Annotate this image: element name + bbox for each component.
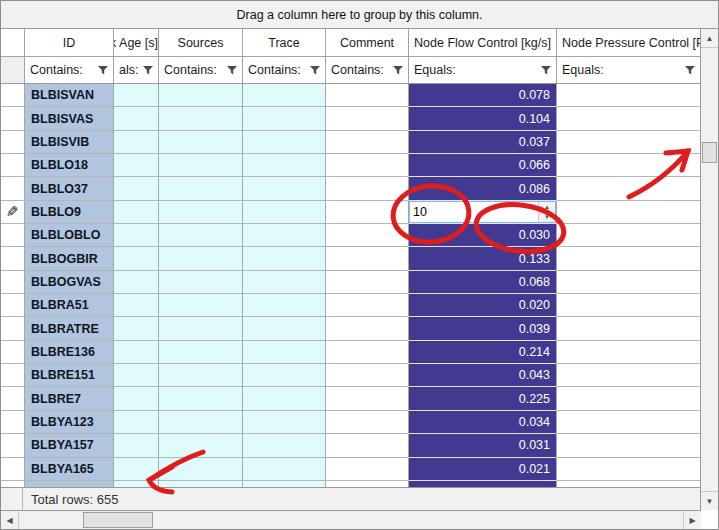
- filter-cell-sources[interactable]: Contains:: [159, 57, 243, 83]
- filter-icon[interactable]: [98, 66, 108, 75]
- filter-icon[interactable]: [227, 66, 237, 75]
- cell-trace[interactable]: [243, 224, 326, 247]
- cell-age[interactable]: [114, 341, 159, 364]
- cell-node-flow-control[interactable]: 0.039: [409, 317, 557, 340]
- cell-age[interactable]: [114, 224, 159, 247]
- cell-node-pressure-control[interactable]: [557, 364, 701, 387]
- cell-sources[interactable]: [159, 247, 243, 270]
- cell-comment[interactable]: [326, 271, 409, 294]
- filter-icon[interactable]: [685, 66, 695, 75]
- cell-node-flow-control[interactable]: 0.225: [409, 387, 557, 410]
- filter-cell-age[interactable]: als:: [114, 57, 159, 83]
- cell-id[interactable]: BLBYA123: [25, 411, 114, 434]
- group-by-panel[interactable]: Drag a column here to group by this colu…: [1, 1, 718, 29]
- column-header-pressure[interactable]: Node Pressure Control [Pa: [557, 29, 701, 56]
- cell-node-flow-control[interactable]: 0.078: [409, 84, 557, 107]
- cell-sources[interactable]: [159, 458, 243, 481]
- cell-node-flow-control[interactable]: 0.030: [409, 224, 557, 247]
- cell-id[interactable]: BLBLOBLO: [25, 224, 114, 247]
- cell-node-flow-control[interactable]: 0.214: [409, 341, 557, 364]
- cell-node-pressure-control[interactable]: [557, 84, 701, 107]
- cell-node-flow-control[interactable]: 0.020: [409, 294, 557, 317]
- cell-node-pressure-control[interactable]: [557, 177, 701, 200]
- filter-icon[interactable]: [143, 66, 153, 75]
- cell-node-flow-control[interactable]: 0.021: [409, 458, 557, 481]
- cell-id[interactable]: BLBRE7: [25, 387, 114, 410]
- editor-value[interactable]: 10: [410, 202, 538, 222]
- cell-sources[interactable]: [159, 131, 243, 154]
- cell-node-pressure-control[interactable]: [557, 107, 701, 130]
- cell-trace[interactable]: [243, 294, 326, 317]
- cell-sources[interactable]: [159, 317, 243, 340]
- cell-node-pressure-control[interactable]: [557, 154, 701, 177]
- scroll-down-button[interactable]: ▼: [701, 491, 718, 510]
- cell-id[interactable]: BLBOGBIR: [25, 247, 114, 270]
- vertical-scrollbar-thumb[interactable]: [702, 142, 717, 163]
- cell-id[interactable]: BLBRE151: [25, 364, 114, 387]
- cell-id[interactable]: BLBISVIB: [25, 131, 114, 154]
- cell-id[interactable]: BLBRE136: [25, 341, 114, 364]
- cell-node-pressure-control[interactable]: [557, 294, 701, 317]
- cell-comment[interactable]: [326, 224, 409, 247]
- cell-comment[interactable]: [326, 364, 409, 387]
- cell-node-pressure-control[interactable]: [557, 224, 701, 247]
- cell-id[interactable]: BLBLO18: [25, 154, 114, 177]
- cell-trace[interactable]: [243, 411, 326, 434]
- cell-age[interactable]: [114, 458, 159, 481]
- cell-sources[interactable]: [159, 364, 243, 387]
- cell-node-flow-control[interactable]: 0.031: [409, 434, 557, 457]
- filter-cell-comment[interactable]: Contains:: [326, 57, 409, 83]
- cell-age[interactable]: [114, 411, 159, 434]
- cell-id[interactable]: BLBYA157: [25, 434, 114, 457]
- cell-sources[interactable]: [159, 154, 243, 177]
- cell-id[interactable]: BLBLO37: [25, 177, 114, 200]
- filter-cell-trace[interactable]: Contains:: [243, 57, 326, 83]
- cell-id[interactable]: BLBRA51: [25, 294, 114, 317]
- cell-trace[interactable]: [243, 154, 326, 177]
- cell-comment[interactable]: [326, 177, 409, 200]
- cell-comment[interactable]: [326, 458, 409, 481]
- column-header-comment[interactable]: Comment: [326, 29, 409, 56]
- scroll-right-button[interactable]: ▶: [683, 511, 701, 529]
- cell-comment[interactable]: [326, 107, 409, 130]
- cell-node-flow-control[interactable]: 0.133: [409, 247, 557, 270]
- cell-comment[interactable]: [326, 411, 409, 434]
- column-header-flow[interactable]: Node Flow Control [kg/s]: [409, 29, 557, 56]
- cell-comment[interactable]: [326, 247, 409, 270]
- cell-comment[interactable]: [326, 84, 409, 107]
- cell-sources[interactable]: [159, 107, 243, 130]
- column-header-sources[interactable]: Sources: [159, 29, 243, 56]
- cell-age[interactable]: [114, 317, 159, 340]
- cell-node-pressure-control[interactable]: [557, 387, 701, 410]
- cell-age[interactable]: [114, 271, 159, 294]
- column-header-id[interactable]: ID: [25, 29, 114, 56]
- cell-age[interactable]: [114, 107, 159, 130]
- cell-node-flow-control[interactable]: 0.086: [409, 177, 557, 200]
- cell-node-flow-control[interactable]: 0.104: [409, 107, 557, 130]
- cell-node-flow-control[interactable]: 0.066: [409, 154, 557, 177]
- cell-node-flow-control[interactable]: 10 ▲ ▼: [409, 201, 557, 224]
- filter-cell-flow[interactable]: Equals:: [409, 57, 557, 83]
- cell-comment[interactable]: [326, 154, 409, 177]
- cell-trace[interactable]: [243, 131, 326, 154]
- cell-age[interactable]: [114, 434, 159, 457]
- cell-trace[interactable]: [243, 387, 326, 410]
- horizontal-scrollbar-thumb[interactable]: [83, 512, 153, 528]
- cell-id[interactable]: BLBISVAS: [25, 107, 114, 130]
- cell-trace[interactable]: [243, 458, 326, 481]
- filter-cell-pressure[interactable]: Equals:: [557, 57, 701, 83]
- cell-sources[interactable]: [159, 434, 243, 457]
- cell-node-pressure-control[interactable]: [557, 341, 701, 364]
- cell-comment[interactable]: [326, 434, 409, 457]
- cell-age[interactable]: [114, 201, 159, 224]
- cell-id[interactable]: BLBRATRE: [25, 317, 114, 340]
- filter-icon[interactable]: [310, 66, 320, 75]
- cell-sources[interactable]: [159, 201, 243, 224]
- horizontal-scrollbar[interactable]: ◀ ▶: [1, 510, 701, 529]
- column-header-age[interactable]: k Age [s]: [114, 29, 159, 56]
- cell-node-flow-control[interactable]: 0.037: [409, 131, 557, 154]
- cell-age[interactable]: [114, 84, 159, 107]
- cell-node-pressure-control[interactable]: [557, 411, 701, 434]
- column-header-trace[interactable]: Trace: [243, 29, 326, 56]
- cell-node-pressure-control[interactable]: [557, 271, 701, 294]
